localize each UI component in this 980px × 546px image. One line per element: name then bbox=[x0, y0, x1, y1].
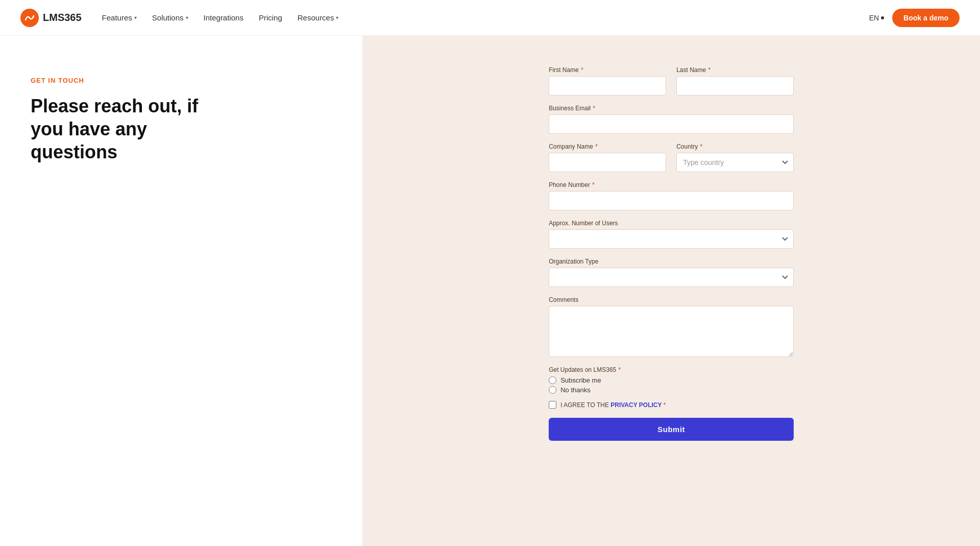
chevron-down-icon: ▾ bbox=[336, 15, 338, 20]
business-email-input[interactable] bbox=[549, 114, 794, 134]
book-demo-button[interactable]: Book a demo bbox=[892, 9, 960, 27]
phone-input[interactable] bbox=[549, 191, 794, 210]
company-country-row: Company Name * Country * Type country Un… bbox=[549, 143, 794, 172]
navbar-right: EN Book a demo bbox=[869, 9, 960, 27]
users-row: Approx. Number of Users 1-50 51-200 201-… bbox=[549, 220, 794, 249]
last-name-label: Last Name * bbox=[676, 66, 794, 74]
nav-solutions[interactable]: Solutions ▾ bbox=[152, 13, 188, 22]
org-type-label: Organization Type bbox=[549, 258, 794, 265]
main-heading: Please reach out, if you have any questi… bbox=[31, 94, 235, 163]
first-name-group: First Name * bbox=[549, 66, 666, 96]
updates-section: Get Updates on LMS365 * Subscribe me No … bbox=[549, 366, 794, 394]
comments-label: Comments bbox=[549, 296, 794, 303]
chevron-down-icon: ▾ bbox=[186, 15, 188, 20]
first-name-input[interactable] bbox=[549, 76, 666, 96]
right-panel: First Name * Last Name * Business Email … bbox=[362, 36, 980, 546]
eyebrow-label: GET IN TOUCH bbox=[31, 77, 332, 84]
logo-icon bbox=[20, 9, 39, 27]
approx-users-select[interactable]: 1-50 51-200 201-500 501-1000 1000+ bbox=[549, 229, 794, 249]
comments-row: Comments bbox=[549, 296, 794, 357]
nav-features[interactable]: Features ▾ bbox=[102, 13, 137, 22]
first-name-label: First Name * bbox=[549, 66, 666, 74]
logo-text: LMS365 bbox=[43, 12, 82, 23]
privacy-policy-link[interactable]: PRIVACY POLICY bbox=[610, 401, 662, 409]
no-thanks-radio[interactable] bbox=[549, 386, 556, 394]
org-type-row: Organization Type Enterprise Small Busin… bbox=[549, 258, 794, 287]
email-row: Business Email * bbox=[549, 105, 794, 134]
lang-dot bbox=[881, 16, 884, 19]
country-select[interactable]: Type country United States United Kingdo… bbox=[676, 153, 794, 172]
left-panel: GET IN TOUCH Please reach out, if you ha… bbox=[0, 36, 362, 546]
no-thanks-option[interactable]: No thanks bbox=[549, 386, 794, 394]
navbar: LMS365 Features ▾ Solutions ▾ Integratio… bbox=[0, 0, 980, 36]
subscribe-radio[interactable] bbox=[549, 376, 556, 384]
chevron-down-icon: ▾ bbox=[134, 15, 137, 20]
comments-textarea[interactable] bbox=[549, 306, 794, 357]
subscribe-option[interactable]: Subscribe me bbox=[549, 376, 794, 384]
comments-group: Comments bbox=[549, 296, 794, 357]
privacy-checkbox[interactable] bbox=[549, 401, 556, 409]
logo[interactable]: LMS365 bbox=[20, 9, 82, 27]
company-name-label: Company Name * bbox=[549, 143, 666, 150]
nav-pricing[interactable]: Pricing bbox=[259, 13, 282, 22]
name-row: First Name * Last Name * bbox=[549, 66, 794, 96]
main-nav: Features ▾ Solutions ▾ Integrations Pric… bbox=[102, 13, 869, 22]
company-name-group: Company Name * bbox=[549, 143, 666, 172]
privacy-text: I AGREE TO THE PRIVACY POLICY * bbox=[560, 401, 666, 409]
phone-row: Phone Number * bbox=[549, 181, 794, 210]
country-group: Country * Type country United States Uni… bbox=[676, 143, 794, 172]
business-email-group: Business Email * bbox=[549, 105, 794, 134]
main-layout: GET IN TOUCH Please reach out, if you ha… bbox=[0, 36, 980, 546]
org-type-select[interactable]: Enterprise Small Business Non-Profit Edu… bbox=[549, 268, 794, 287]
privacy-row: I AGREE TO THE PRIVACY POLICY * bbox=[549, 401, 794, 409]
country-label: Country * bbox=[676, 143, 794, 150]
updates-label: Get Updates on LMS365 * bbox=[549, 366, 794, 373]
approx-users-group: Approx. Number of Users 1-50 51-200 201-… bbox=[549, 220, 794, 249]
language-selector[interactable]: EN bbox=[869, 14, 884, 22]
nav-integrations[interactable]: Integrations bbox=[204, 13, 243, 22]
approx-users-label: Approx. Number of Users bbox=[549, 220, 794, 227]
org-type-group: Organization Type Enterprise Small Busin… bbox=[549, 258, 794, 287]
nav-resources[interactable]: Resources ▾ bbox=[298, 13, 339, 22]
last-name-group: Last Name * bbox=[676, 66, 794, 96]
business-email-label: Business Email * bbox=[549, 105, 794, 112]
phone-group: Phone Number * bbox=[549, 181, 794, 210]
phone-label: Phone Number * bbox=[549, 181, 794, 188]
contact-form: First Name * Last Name * Business Email … bbox=[549, 66, 794, 441]
company-name-input[interactable] bbox=[549, 153, 666, 172]
last-name-input[interactable] bbox=[676, 76, 794, 96]
submit-button[interactable]: Submit bbox=[549, 418, 794, 441]
